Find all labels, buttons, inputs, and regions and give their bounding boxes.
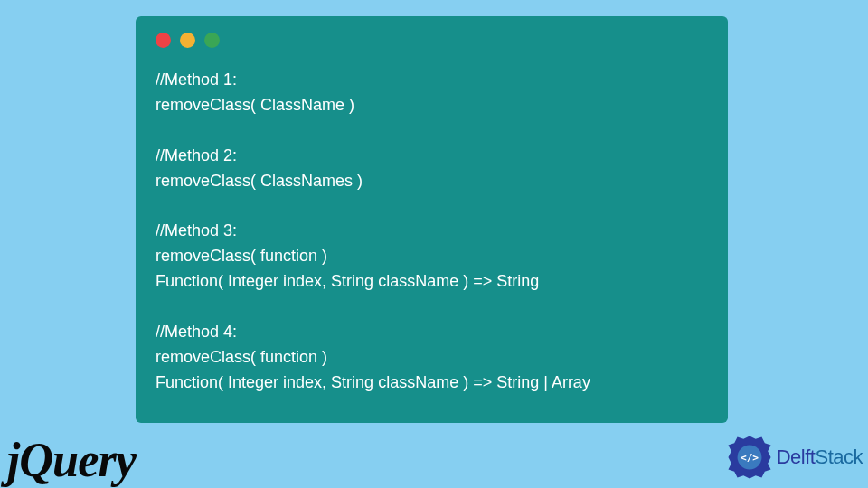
delftstack-logo: </> DelftStack [724,432,863,483]
code-window: //Method 1: removeClass( ClassName ) //M… [136,16,728,423]
delft-prefix: Delft [777,446,816,468]
minimize-icon [180,33,195,48]
code-body: //Method 1: removeClass( ClassName ) //M… [136,48,728,396]
svg-text:</>: </> [741,452,759,464]
jquery-logo: jQuery [7,431,136,488]
delft-suffix: Stack [815,446,863,468]
delftstack-text: DelftStack [777,446,863,469]
maximize-icon [204,33,220,48]
traffic-lights [136,16,728,48]
close-icon [156,33,171,48]
delftstack-badge-icon: </> [724,432,775,483]
